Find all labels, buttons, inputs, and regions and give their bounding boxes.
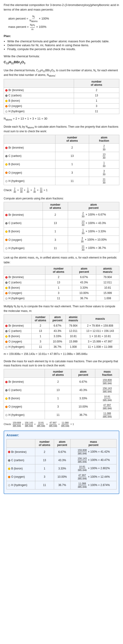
element-c: C (carbon): [4, 280, 45, 285]
plan-item-3: Finally, compute the percents and check …: [7, 48, 119, 51]
b-dot: [5, 230, 7, 233]
table-row: O (oxygen) 3 10.00% 47.997385.846 × 100%…: [7, 473, 117, 481]
o-atoms: 3: [74, 104, 119, 109]
col-natoms: numberof atoms: [45, 266, 72, 274]
table1-section: Use the chemical formula, C13H11BBr2O3, …: [4, 68, 119, 122]
b-dot: [8, 468, 10, 470]
col-element: [4, 266, 45, 274]
table-row: B (boron) 1: [4, 98, 119, 104]
br-dot: [5, 147, 7, 149]
table-row: O (oxygen) 3 10.00% 15.999: [4, 290, 119, 296]
col-element: [4, 202, 43, 211]
table3-title: Compute atom percents using the atom fra…: [4, 196, 119, 200]
h-dot: [5, 247, 7, 250]
h-atoms: 11: [74, 109, 119, 114]
c-dot: [5, 222, 7, 224]
table-row: O (oxygen) 3: [4, 104, 119, 109]
check-line-6: Check: 159.808385.846 + 156.143385.846 +…: [4, 422, 119, 427]
o-dot: [5, 406, 7, 408]
element-h: H (hydrogen): [4, 344, 32, 350]
plan-section: Plan: Write the chemical formula and gat…: [4, 34, 119, 51]
table-row: O (oxygen) 3 10.00% 47.997385.846: [4, 402, 119, 411]
element-o: O (oxygen): [4, 290, 45, 296]
col-natoms: numberof atoms: [43, 202, 68, 211]
element-br: Br (bromine): [7, 448, 35, 456]
element-o: O (oxygen): [4, 339, 32, 344]
col-atomic-mass: atomicmass/u: [96, 266, 119, 274]
atom-fraction-table: numberof atoms atomfraction Br (bromine)…: [4, 135, 119, 185]
br-dot: [5, 381, 7, 383]
col-atom-pct: atompercent: [72, 266, 96, 274]
h-dot: [8, 484, 10, 486]
plan-list: Write the chemical formula and gather at…: [7, 40, 119, 51]
b-atoms: 1: [74, 98, 119, 104]
element-b: B (boron): [4, 394, 45, 402]
o-dot: [5, 341, 7, 343]
table-row: Br (bromine) 2 230: [4, 144, 119, 152]
element-h: H (hydrogen): [7, 481, 35, 489]
h-dot: [5, 110, 7, 113]
atom-percent-table: numberof atoms atompercent Br (bromine) …: [4, 202, 119, 252]
atomic-mass-table: numberof atoms atompercent atomicmass/u …: [4, 266, 119, 301]
b-dot: [5, 335, 7, 338]
col-mass-frac: massfraction: [95, 369, 119, 378]
plan-title: Plan:: [4, 34, 119, 38]
element-o: O (oxygen): [4, 402, 45, 411]
element-o: O (oxygen): [4, 168, 56, 177]
element-h: H (hydrogen): [4, 296, 45, 301]
page-header: Find the elemental composition for 3-bro…: [4, 3, 119, 12]
br-dot: [5, 89, 7, 92]
element-br: Br (bromine): [4, 88, 74, 93]
c-dot: [5, 155, 7, 157]
element-br: Br (bromine): [4, 274, 45, 280]
table-row: C (carbon) 13 43.3% 12.011: [4, 280, 119, 285]
element-b: B (boron): [4, 227, 43, 236]
table-row: B (boron) 1 3.33% 10.81 1 × 10.81 = 10.8…: [4, 334, 119, 339]
table4-title: Look up the atomic mass, mi, in unified …: [4, 256, 119, 264]
table-row: Br (bromine) 2: [4, 88, 119, 93]
table2-section: Divide each Ni by Natoms to calculate at…: [4, 125, 119, 193]
formulas-section: atom percent = NiNatoms × 100% mass perc…: [4, 15, 119, 30]
h-dot: [5, 346, 7, 348]
answer-box: Answer: numberof atoms atompercent massp…: [4, 430, 119, 494]
c-dot: [5, 94, 7, 97]
col-natoms: numberof atoms: [74, 79, 119, 88]
table-row: B (boron) 1 3.33% 10.81385.846: [4, 394, 119, 402]
element-c: C (carbon): [4, 386, 45, 394]
col-massu: mass/u: [81, 315, 119, 323]
table-row: H (hydrogen) 11 36.7% 1.008: [4, 296, 119, 301]
element-b: B (boron): [4, 98, 74, 104]
table-row: H (hydrogen) 11 1130: [4, 177, 119, 185]
c-dot: [5, 389, 7, 392]
h-dot: [5, 298, 7, 300]
table-row: H (hydrogen) 11: [4, 109, 119, 114]
table4-section: Look up the atomic mass, mi, in unified …: [4, 256, 119, 301]
col-mass-pct: masspercent: [70, 439, 117, 448]
answer-label: Answer:: [6, 433, 117, 438]
element-br: Br (bromine): [4, 323, 32, 328]
o-dot: [5, 239, 7, 241]
col-atom-frac: atomfraction: [89, 135, 119, 144]
table-row: B (boron) 1 130 × 100% = 3.33%: [4, 227, 119, 236]
element-h: H (hydrogen): [4, 109, 74, 114]
mass-percent-formula: mass percent = Nimim × 100%: [8, 24, 119, 30]
element-b: B (boron): [7, 464, 35, 473]
br-dot: [8, 451, 10, 453]
col-natoms: numberof atoms: [45, 369, 71, 378]
br-dot: [5, 276, 7, 278]
element-br: Br (bromine): [4, 211, 43, 219]
table-row: H (hydrogen) 11 1130 × 100% = 36.7%: [4, 244, 119, 252]
col-element: [4, 315, 32, 323]
mass-fraction-table: numberof atoms atompercent massfraction …: [4, 369, 119, 419]
element-c: C (carbon): [7, 456, 35, 464]
table-row: B (boron) 1 3.33% 10.81385.846 × 100% = …: [7, 464, 117, 473]
table5-title: Multiply Ni by mi to compute the mass fo…: [4, 304, 119, 313]
h-dot: [5, 414, 7, 416]
o-dot: [5, 105, 7, 108]
element-b: B (boron): [4, 334, 32, 339]
table-row: Br (bromine) 2 6.67% 79.904: [4, 274, 119, 280]
element-o: O (oxygen): [4, 236, 43, 244]
h-dot: [5, 180, 7, 182]
table6-title: Divide the mass for each element by m to…: [4, 359, 119, 368]
mass-table: numberof atoms atompercent atomicmass/u …: [4, 314, 119, 350]
